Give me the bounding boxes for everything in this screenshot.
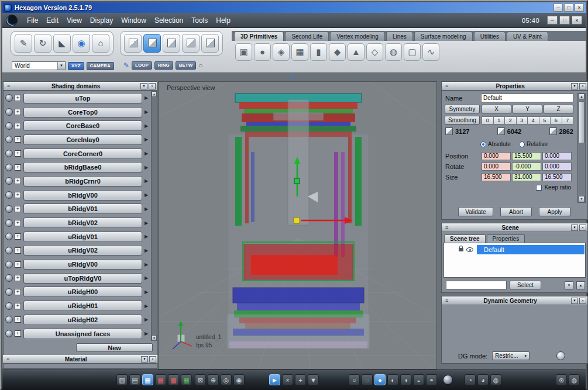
material-panel-header[interactable]: ≡ Material ▼ ×: [3, 355, 157, 364]
expand-arrow-icon[interactable]: ▶: [145, 192, 150, 198]
titlebar-close-button[interactable]: ×: [575, 4, 584, 12]
toolbar-tab[interactable]: UV & Paint: [507, 32, 548, 41]
add-to-domain-button[interactable]: +: [15, 150, 21, 157]
material-sphere-icon[interactable]: [5, 94, 13, 102]
expand-arrow-icon[interactable]: ▶: [145, 262, 150, 267]
menu-item[interactable]: Edit: [46, 16, 59, 25]
expand-arrow-icon[interactable]: ▶: [145, 234, 150, 239]
expand-arrow-icon[interactable]: ▶: [145, 137, 150, 142]
toolbar-tab[interactable]: Second Life: [285, 32, 329, 41]
z-value-field[interactable]: 16.500: [542, 173, 572, 181]
shading-domain-button[interactable]: uRidgV01: [23, 232, 142, 242]
visibility-eye-icon[interactable]: ◉: [233, 374, 245, 385]
shading-domain-button[interactable]: uRidgV02: [23, 245, 142, 256]
titlebar-maximize-button[interactable]: □: [564, 4, 573, 12]
scroll-down-button[interactable]: ▼: [579, 196, 584, 202]
ambient-light-icon[interactable]: ◍: [490, 374, 501, 385]
pen-tool-icon[interactable]: ✎: [15, 34, 32, 53]
dynamic-geometry-header[interactable]: ≡ Dynamic Geometry ▼ ×: [442, 296, 587, 305]
x-value-field[interactable]: 16.500: [482, 173, 511, 181]
material-sphere-icon[interactable]: [5, 136, 13, 143]
keep-ratio-checkbox[interactable]: Keep ratio: [536, 184, 571, 191]
scroll-up-button[interactable]: ▲: [152, 91, 157, 97]
scene-search-input[interactable]: [446, 281, 507, 289]
expand-arrow-icon[interactable]: ▶: [145, 289, 150, 295]
material-sphere-icon[interactable]: [5, 316, 13, 323]
shading-domain-button[interactable]: uTopRidgV0: [23, 273, 142, 284]
camera-button[interactable]: CAMERA: [87, 62, 114, 70]
primitive-cone-icon[interactable]: ▲: [348, 43, 365, 61]
smoothing-level-button[interactable]: 5: [539, 116, 551, 125]
add-to-domain-button[interactable]: +: [15, 247, 21, 254]
primitive-chamfer-box-icon[interactable]: ▢: [404, 43, 421, 61]
menu-item[interactable]: File: [27, 16, 38, 25]
add-to-domain-button[interactable]: +: [15, 275, 21, 281]
eye-tool-icon[interactable]: ◉: [73, 34, 90, 53]
material-sphere-icon[interactable]: [5, 150, 13, 157]
add-to-domain-button[interactable]: +: [15, 261, 21, 268]
viewport-splitter[interactable]: ◀ ▶: [437, 81, 441, 370]
paint-mode-icon[interactable]: ▤: [129, 374, 140, 385]
scroll-up-button[interactable]: ▲: [579, 94, 584, 100]
add-to-domain-button[interactable]: +: [15, 233, 21, 240]
dg-preview-ball-icon[interactable]: [556, 351, 565, 360]
close-panel-button[interactable]: ×: [579, 225, 586, 231]
symmetry-axis-button[interactable]: Y: [513, 105, 542, 113]
abort-button[interactable]: Abort: [500, 207, 532, 216]
primitive-sphere-icon[interactable]: ●: [254, 43, 271, 61]
x-value-field[interactable]: 0.000: [482, 152, 511, 160]
universal-manipulator-icon[interactable]: ►: [269, 374, 280, 385]
add-to-domain-button[interactable]: +: [15, 164, 21, 171]
scene-tree-row[interactable]: Default: [445, 245, 584, 254]
collapse-panel-button[interactable]: ▼: [141, 356, 148, 363]
select-objects-mode-button[interactable]: [182, 34, 200, 53]
zoom-magnifier-icon[interactable]: ◎: [221, 374, 232, 385]
dg-mode-dropdown[interactable]: Restric... ▼: [492, 351, 529, 360]
add-to-domain-button[interactable]: +: [15, 330, 21, 337]
add-to-domain-button[interactable]: +: [15, 303, 21, 309]
select-points-mode-button[interactable]: [124, 34, 142, 53]
collapse-panel-button[interactable]: ▼: [140, 83, 147, 89]
shading-domain-button[interactable]: bRidgCrnr0: [23, 176, 142, 187]
add-to-domain-button[interactable]: +: [15, 220, 21, 226]
expand-arrow-icon[interactable]: ▶: [145, 109, 150, 115]
z-value-field[interactable]: 0.000: [542, 163, 572, 171]
add-to-domain-button[interactable]: +: [15, 206, 21, 212]
scrollbar-thumb[interactable]: [579, 101, 584, 143]
expand-arrow-icon[interactable]: ▶: [145, 331, 150, 336]
scene-tree[interactable]: Default: [443, 243, 586, 278]
close-panel-button[interactable]: ×: [579, 298, 586, 304]
orbit-tool-icon[interactable]: ↻: [34, 34, 51, 53]
backface-cull-icon[interactable]: ◔: [465, 374, 476, 385]
shading-list-scrollbar[interactable]: ▲ ▼: [151, 91, 157, 341]
shadow-toggle-icon[interactable]: ◕: [477, 374, 489, 385]
material-sphere-icon[interactable]: [5, 219, 13, 227]
add-to-domain-button[interactable]: +: [15, 178, 21, 184]
collapse-panel-button[interactable]: ▼: [571, 83, 578, 89]
shading-domains-header[interactable]: ≡ Shading domains ▼ ×: [4, 82, 157, 91]
smoothing-level-button[interactable]: 2: [504, 116, 517, 125]
textured-mode-icon[interactable]: ◑: [400, 374, 411, 385]
menu-item[interactable]: Help: [216, 16, 231, 25]
loop-button[interactable]: LOOP: [132, 61, 152, 70]
expand-arrow-icon[interactable]: ▶: [145, 178, 150, 184]
primitive-geodesic-icon[interactable]: ◍: [385, 43, 402, 61]
red-checker-icon[interactable]: ▦: [155, 374, 166, 385]
bounding-box-icon[interactable]: ⊠: [195, 374, 206, 385]
smoothing-level-button[interactable]: 1: [493, 116, 506, 125]
toolbar-tab[interactable]: Surface modeling: [414, 32, 473, 41]
smoothing-level-button[interactable]: 4: [527, 116, 539, 125]
flat-shading-mode-icon[interactable]: ●: [374, 374, 386, 385]
select-faces-mode-button[interactable]: [163, 34, 180, 53]
hidden-line-mode-icon[interactable]: ◌: [362, 374, 373, 385]
toolbar-tab[interactable]: Vertex modeling: [330, 32, 385, 41]
smoothing-level-button[interactable]: 7: [562, 116, 574, 125]
primitive-polygon-icon[interactable]: ◇: [366, 43, 383, 61]
menu-item[interactable]: Selection: [154, 16, 183, 25]
toolbar-tab[interactable]: Utilities: [474, 32, 506, 41]
grid-texture-icon[interactable]: ▦: [142, 374, 153, 385]
y-value-field[interactable]: 31.000: [512, 173, 541, 181]
expand-arrow-icon[interactable]: ▶: [145, 317, 150, 322]
add-to-domain-button[interactable]: +: [15, 109, 21, 115]
shading-domain-button[interactable]: bRidgBase0: [23, 162, 142, 172]
